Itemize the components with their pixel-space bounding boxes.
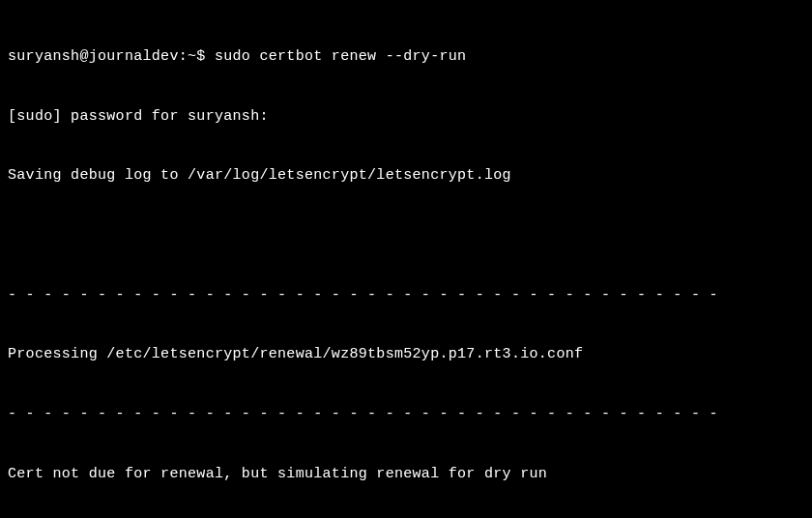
terminal-line: Saving debug log to /var/log/letsencrypt…: [8, 166, 804, 187]
terminal-line: - - - - - - - - - - - - - - - - - - - - …: [8, 405, 804, 425]
terminal-line: [sudo] password for suryansh:: [8, 107, 804, 128]
terminal-line: suryansh@journaldev:~$ sudo certbot rene…: [8, 47, 804, 68]
terminal-line: [8, 226, 804, 246]
terminal-line: - - - - - - - - - - - - - - - - - - - - …: [8, 286, 804, 306]
terminal-window[interactable]: suryansh@journaldev:~$ sudo certbot rene…: [8, 8, 804, 518]
terminal-line: Processing /etc/letsencrypt/renewal/wz89…: [8, 345, 804, 365]
terminal-line: Cert not due for renewal, but simulating…: [8, 465, 804, 485]
